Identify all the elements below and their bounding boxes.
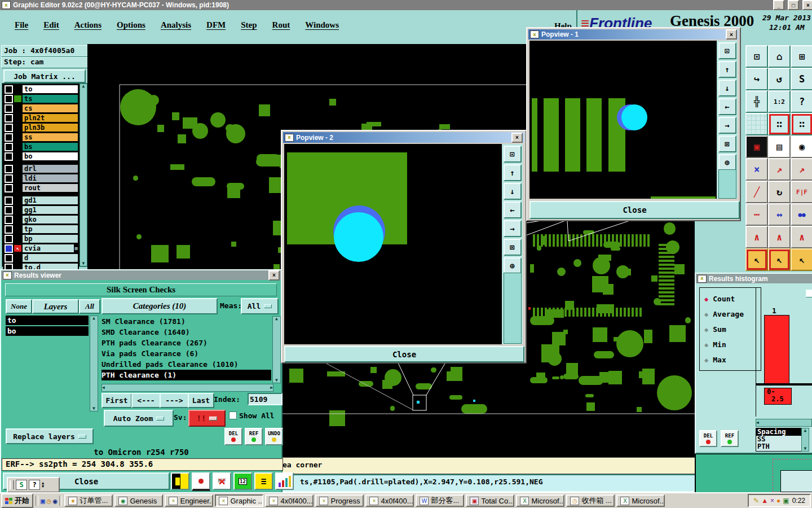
home-view-icon[interactable]: ⌂ [768,45,791,68]
menu-options[interactable]: Options [117,20,145,30]
snapshot-icon[interactable] [192,472,210,491]
capture-view-icon[interactable]: ⊡ [745,45,768,68]
layer-checkbox[interactable] [5,152,13,161]
popview2-close-icon[interactable]: × [511,133,523,143]
menu-file[interactable]: File [15,20,28,30]
layer-row-cvia[interactable]: ↖cvia⊞ [3,244,79,253]
category-item[interactable]: SMD Clearance (1640) [102,327,271,338]
layer-row-gd1[interactable]: gd1 [3,196,79,205]
scroll-left-icon[interactable]: ◀ [102,386,105,390]
layer-row-bo[interactable]: bo [3,152,79,161]
grid-icon[interactable] [745,113,768,135]
ref-cross-icon[interactable]: REF× [213,472,231,490]
tray-x-icon[interactable]: × [770,497,774,505]
rv-layer-to[interactable]: to [6,316,89,325]
layer-row-tp[interactable]: tp [3,225,79,234]
category-item[interactable]: SM Clearance (1781) [102,316,271,327]
pad-select-icon[interactable]: ◉ [791,135,812,158]
filter-none-button[interactable]: None [6,299,32,314]
layer-checkbox[interactable] [5,196,13,205]
help-mini-button[interactable]: ? [29,480,40,490]
draw-line-icon[interactable]: ╱ [745,181,768,203]
start-button[interactable]: 开始 [1,493,33,508]
popview1-titlebar[interactable]: × Popview - 1 × [528,29,739,40]
layer-name[interactable]: bo [23,152,78,160]
layer-row-gg1[interactable]: gg1 [3,205,79,214]
dashed-line-icon[interactable]: ┅ [745,203,768,226]
menu-dfm[interactable]: DFM [206,20,226,30]
pan-icon[interactable]: ╬ [745,90,768,113]
layer-checkbox[interactable] [5,244,13,253]
layer-checkbox[interactable] [5,206,13,214]
index-input[interactable] [248,393,283,405]
last-button[interactable]: Last [188,393,214,408]
next-view-icon[interactable]: ↪ [745,68,768,90]
scroll-right-icon[interactable]: → [718,117,736,134]
category-item[interactable]: Undrilled pads Clearance (1010) [102,359,271,370]
layer-row-bs[interactable]: bs [3,142,79,151]
task-4x0f400[interactable]: ×4x0f400... [365,494,414,507]
zoom-contract-icon[interactable]: ⊠ [504,239,522,256]
scroll-up-icon[interactable]: ↑ [504,164,522,181]
layer-row-ldi[interactable]: ldi [3,174,79,183]
scroll-down-icon[interactable]: ↓ [718,80,736,97]
scroll-up-icon[interactable]: ▲ [92,316,95,321]
scale-1-2-icon[interactable]: 1:2 [768,90,791,113]
layer-name[interactable]: d [23,254,78,262]
layer-name[interactable]: ts [23,95,78,103]
task-graphic[interactable]: ×Graphic ... [215,494,263,507]
layer-name[interactable]: cs [23,104,78,112]
menu-rout[interactable]: Rout [272,20,290,30]
layer-checkbox[interactable] [5,114,13,122]
layer-checkbox[interactable] [5,143,13,151]
task-4x0f400[interactable]: ×4x0f400... [265,494,314,507]
layer-name[interactable]: gko [23,216,78,224]
quicklaunch-clock-icon[interactable]: ◷ [47,497,51,505]
layer-name[interactable]: pln2t [23,114,78,122]
popout-view-icon[interactable]: ⊡ [504,146,522,163]
scroll-down-icon[interactable]: ▼ [804,446,807,451]
layer-name[interactable]: ldi [23,174,78,182]
popview1-canvas[interactable] [529,41,717,199]
layer-checkbox[interactable] [5,254,13,262]
popout-view-icon[interactable]: ⊡ [718,42,736,59]
merge-shapes-icon[interactable]: ●● [791,203,812,226]
scroll-down-icon[interactable]: ▼ [82,261,85,266]
rv-layer-scrollbar[interactable]: ▲ ▼ [90,316,98,411]
window-titlebar[interactable]: × Graphic Editor 9.02c2 (00@HY-HYCAM-PC0… [0,0,812,10]
layer-name[interactable]: gd1 [23,196,78,204]
layer-checkbox[interactable] [5,174,13,183]
menu-edit[interactable]: Edit [43,20,59,30]
category-scrollbar[interactable]: ▲ ▼ [272,316,281,383]
layer-name[interactable]: pln3b [23,124,78,132]
drag-grip[interactable] [10,480,14,489]
popview2-titlebar[interactable]: × Popview - 2 × [283,132,524,143]
scroll-down-icon[interactable]: ▼ [275,378,278,383]
select-poly-icon[interactable]: ↖ [768,248,791,271]
histogram-icon[interactable] [275,472,294,490]
tray-triangle-icon[interactable]: ▲ [761,497,768,505]
radio-count[interactable]: ◆Count [704,291,761,306]
count-page-icon[interactable]: 12 [233,472,252,490]
filter-all-button[interactable]: All [79,299,100,314]
scroll-up-icon[interactable]: ↑ [718,61,736,78]
menu-analysis[interactable]: Analysis [161,20,191,30]
mirror-icon[interactable]: F|F [791,181,812,203]
layer-name[interactable]: drl [23,165,78,173]
quicklaunch-doc-icon[interactable]: ▣ [41,497,45,505]
select-box-icon[interactable]: ↖ [745,248,768,271]
scroll-left-icon[interactable]: ← [504,202,522,218]
scroll-up-icon[interactable]: ▲ [804,428,807,433]
histogram-titlebar[interactable]: × Results histogram [696,274,812,283]
task-[interactable]: ★订单管... [64,494,113,507]
help-query-icon[interactable]: ? [791,90,812,113]
close-window-button[interactable]: × [802,0,812,10]
histogram-hscroll[interactable]: ◀ [756,419,812,427]
ref-button[interactable]: REF [245,428,263,445]
layer-checkbox[interactable] [5,184,13,192]
scroll-left-icon[interactable]: ← [718,98,736,115]
layer-name[interactable]: ss [23,133,78,141]
tray-pen-icon[interactable]: ✎ [753,497,759,505]
layer-checkbox[interactable] [5,165,13,173]
category-hscroll[interactable]: ◀ ▶ [102,384,273,392]
